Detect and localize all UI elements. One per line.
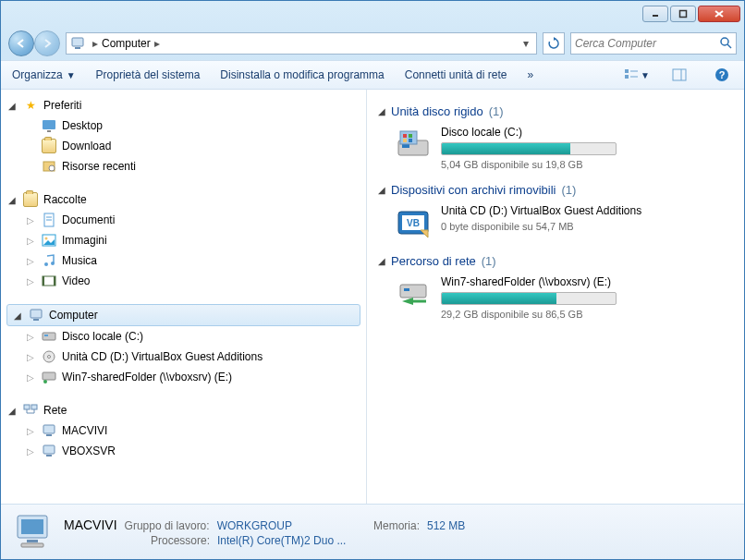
expand-icon: ◢ xyxy=(378,256,385,266)
close-button[interactable] xyxy=(698,6,740,22)
download-icon xyxy=(42,139,56,153)
sidebar-item-download[interactable]: Download xyxy=(1,136,366,156)
sidebar-item-pictures[interactable]: ▷Immagini xyxy=(1,230,366,250)
computer-root[interactable]: ◢ Computer xyxy=(6,304,360,326)
svg-rect-50 xyxy=(403,134,407,138)
breadcrumb-sep-end[interactable]: ▸ xyxy=(151,37,164,50)
svg-rect-59 xyxy=(404,288,409,291)
star-icon: ★ xyxy=(23,98,38,113)
details-text: MACVIVI Gruppo di lavoro: WORKGROUP Memo… xyxy=(64,517,465,547)
network-drive-icon xyxy=(395,275,432,312)
cpu-value: Intel(R) Core(TM)2 Duo ... xyxy=(217,534,346,547)
svg-point-35 xyxy=(48,356,51,359)
breadcrumb-location[interactable]: Computer xyxy=(102,37,151,50)
drive-name[interactable]: Unità CD (D:) VirtualBox Guest Additions xyxy=(441,204,733,217)
workgroup-value: WORKGROUP xyxy=(217,519,292,532)
drive-e[interactable]: Win7-sharedFolder (\\vboxsrv) (E:) 29,2 … xyxy=(395,275,733,320)
svg-rect-64 xyxy=(21,543,43,547)
sidebar-item-music[interactable]: ▷Musica xyxy=(1,250,366,271)
hostname: MACVIVI xyxy=(64,517,117,532)
svg-text:VB: VB xyxy=(407,218,420,228)
refresh-button[interactable] xyxy=(543,32,565,55)
memory-label: Memoria: xyxy=(373,519,420,532)
sidebar-item-label: Immagini xyxy=(62,234,107,247)
computer-icon xyxy=(70,36,85,51)
main-pane[interactable]: ◢ Unità disco rigido (1) Disco locale (C… xyxy=(367,90,744,504)
address-dropdown[interactable]: ▾ xyxy=(519,37,532,50)
expand-icon: ◢ xyxy=(378,185,385,195)
svg-rect-29 xyxy=(54,276,55,286)
documents-icon xyxy=(42,213,56,227)
libraries-label: Raccolte xyxy=(43,193,87,206)
svg-rect-33 xyxy=(44,335,48,336)
favorites-group: ◢ ★ Preferiti Desktop Download Risorse r… xyxy=(1,95,366,177)
organize-button[interactable]: Organizza ▼ xyxy=(10,65,78,85)
back-button[interactable] xyxy=(8,30,34,56)
uninstall-button[interactable]: Disinstalla o modifica programma xyxy=(218,65,385,85)
svg-rect-45 xyxy=(43,445,55,454)
sidebar-item-recent[interactable]: Risorse recenti xyxy=(1,156,366,177)
expand-icon: ◢ xyxy=(8,406,18,416)
refresh-icon xyxy=(547,37,560,50)
category-title: Unità disco rigido xyxy=(391,104,483,118)
search-box[interactable] xyxy=(570,32,737,55)
network-drive-icon xyxy=(42,370,56,384)
svg-rect-36 xyxy=(43,372,55,380)
chevron-down-icon: ▼ xyxy=(67,70,76,80)
sidebar-item-macvivi[interactable]: ▷MACVIVI xyxy=(1,420,366,441)
arrow-right-icon xyxy=(42,38,53,49)
sidebar-item-desktop[interactable]: Desktop xyxy=(1,116,366,136)
drive-free-text: 0 byte disponibile su 54,7 MB xyxy=(441,221,733,232)
hdd-icon xyxy=(395,126,432,163)
computer-icon xyxy=(42,423,56,438)
svg-rect-62 xyxy=(21,519,43,534)
sidebar-item-label: Unità CD (D:) VirtualBox Guest Additions xyxy=(62,350,263,363)
favorites-root[interactable]: ◢ ★ Preferiti xyxy=(1,95,366,116)
organize-label: Organizza xyxy=(12,68,63,81)
nav-pane[interactable]: ◢ ★ Preferiti Desktop Download Risorse r… xyxy=(1,90,367,504)
drive-d[interactable]: VB Unità CD (D:) VirtualBox Guest Additi… xyxy=(395,204,733,241)
content-area: ◢ ★ Preferiti Desktop Download Risorse r… xyxy=(1,90,744,504)
category-hdd[interactable]: ◢ Unità disco rigido (1) xyxy=(378,104,733,118)
svg-point-25 xyxy=(44,262,48,266)
svg-point-19 xyxy=(49,165,55,171)
sidebar-item-vboxsvr[interactable]: ▷VBOXSVR xyxy=(1,441,366,461)
caret-icon: ▷ xyxy=(27,352,36,362)
drive-icon xyxy=(42,329,56,344)
sidebar-item-label: VBOXSVR xyxy=(62,444,116,457)
search-input[interactable] xyxy=(575,37,719,50)
maximize-button[interactable] xyxy=(670,6,696,22)
sidebar-item-drive-e[interactable]: ▷Win7-sharedFolder (\\vboxsrv) (E:) xyxy=(1,367,366,387)
computer-large-icon xyxy=(12,512,53,553)
view-options-button[interactable]: ▼ xyxy=(624,65,650,85)
preview-pane-button[interactable] xyxy=(666,65,692,85)
computer-group: ◢ Computer ▷Disco locale (C:) ▷Unità CD … xyxy=(1,304,366,387)
sidebar-item-video[interactable]: ▷Video xyxy=(1,271,366,291)
libraries-root[interactable]: ◢ Raccolte xyxy=(1,189,366,210)
svg-rect-16 xyxy=(43,120,55,129)
details-pane: MACVIVI Gruppo di lavoro: WORKGROUP Memo… xyxy=(1,504,744,559)
forward-button[interactable] xyxy=(34,30,60,56)
category-network[interactable]: ◢ Percorso di rete (1) xyxy=(378,254,733,268)
drive-name[interactable]: Win7-sharedFolder (\\vboxsrv) (E:) xyxy=(441,275,733,288)
drive-name[interactable]: Disco locale (C:) xyxy=(441,126,733,139)
system-properties-button[interactable]: Proprietà del sistema xyxy=(94,65,202,85)
svg-rect-30 xyxy=(31,310,42,318)
sidebar-item-drive-c[interactable]: ▷Disco locale (C:) xyxy=(1,326,366,347)
category-removable[interactable]: ◢ Dispositivi con archivi rimovibili (1) xyxy=(378,183,733,197)
help-button[interactable]: ? xyxy=(709,65,735,85)
map-network-drive-button[interactable]: Connetti unità di rete xyxy=(403,65,509,85)
expand-icon: ◢ xyxy=(8,101,18,111)
address-bar[interactable]: ▸ Computer ▸ ▾ xyxy=(66,32,537,55)
drive-c[interactable]: Disco locale (C:) 5,04 GB disponibile su… xyxy=(395,126,733,170)
libraries-icon xyxy=(23,192,38,207)
caret-icon: ▷ xyxy=(27,236,36,246)
computer-icon xyxy=(42,444,56,458)
toolbar-overflow[interactable]: » xyxy=(525,65,535,85)
sidebar-item-documents[interactable]: ▷Documenti xyxy=(1,210,366,230)
network-root[interactable]: ◢ Rete xyxy=(1,400,366,420)
search-icon[interactable] xyxy=(719,36,732,52)
minimize-button[interactable] xyxy=(642,6,668,22)
svg-rect-38 xyxy=(24,405,30,409)
sidebar-item-drive-d[interactable]: ▷Unità CD (D:) VirtualBox Guest Addition… xyxy=(1,347,366,367)
